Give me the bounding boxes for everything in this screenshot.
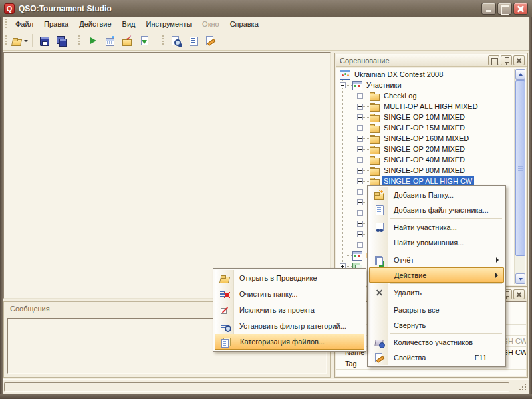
- menu-item-label: Отчёт: [389, 256, 496, 264]
- close-panel-button[interactable]: [513, 55, 525, 65]
- menu-item-icon-cell: [369, 222, 389, 233]
- menubar-item[interactable]: Правка: [39, 18, 74, 30]
- menu-item[interactable]: СвойстваF11: [369, 350, 504, 365]
- toolbar-button[interactable]: [10, 33, 29, 49]
- open-file-icon: [11, 35, 22, 46]
- menubar-item[interactable]: Файл: [10, 18, 39, 30]
- tree-connector: [363, 117, 369, 118]
- tree-connector: [363, 149, 369, 150]
- tree-item[interactable]: SINGLE-OP 40M MIXED: [337, 154, 514, 165]
- menu-item[interactable]: Свернуть: [369, 317, 504, 332]
- tree-item[interactable]: CheckLog: [337, 90, 514, 101]
- toolbar-button[interactable]: [184, 33, 201, 49]
- menu-item-label: Исключить из проекта: [235, 306, 364, 314]
- tree-expander-plus-icon[interactable]: [357, 200, 363, 205]
- close-button[interactable]: [513, 3, 528, 15]
- tree-item[interactable]: SINGLE-OP 15M MIXED: [337, 122, 514, 133]
- window-frame-bottom: [0, 394, 532, 399]
- menu-item[interactable]: Исключить из проекта: [215, 302, 364, 318]
- scrollbar-thumb[interactable]: [515, 80, 525, 256]
- tree-expander-plus-icon[interactable]: [357, 178, 363, 184]
- menu-item[interactable]: Удалить: [369, 285, 504, 300]
- menu-separator: [390, 333, 502, 334]
- menu-item-label: Очистить папку...: [235, 290, 364, 298]
- menu-item-icon-cell: [369, 352, 389, 363]
- menu-item[interactable]: Найти участника...: [369, 219, 504, 235]
- tree-item[interactable]: SINGLE-OP 80M MIXED: [337, 165, 514, 176]
- toolbar-button[interactable]: [101, 33, 118, 49]
- menu-item[interactable]: Добавить Папку...: [369, 187, 504, 202]
- toolbar-grip[interactable]: [78, 35, 80, 46]
- tree-item[interactable]: Ukrainian DX Contest 2008: [337, 69, 514, 80]
- tree-expander-plus-icon[interactable]: [357, 104, 363, 110]
- tree-item-label: SINGLE-OP ALL HIGH CW: [382, 176, 474, 186]
- minimize-button[interactable]: [481, 3, 496, 15]
- tree-expander-plus-icon[interactable]: [357, 221, 363, 227]
- folder-icon: [369, 154, 380, 165]
- property-value[interactable]: [436, 370, 526, 376]
- menu-item[interactable]: Очистить папку...: [215, 286, 364, 302]
- toolbar-grip[interactable]: [5, 35, 7, 46]
- tree-scrollbar[interactable]: [514, 69, 525, 284]
- menu-item[interactable]: Количество участников: [369, 334, 504, 350]
- menubar-item[interactable]: Вид: [117, 18, 141, 30]
- toolbar-button[interactable]: [84, 33, 101, 49]
- scroll-up-button[interactable]: [515, 69, 525, 80]
- toolbar-button[interactable]: [167, 33, 184, 49]
- menu-item-label: Открыть в Проводнике: [235, 274, 364, 282]
- menu-item[interactable]: Установить фильтр категорий...: [215, 318, 364, 334]
- tree-expander-plus-icon[interactable]: [357, 168, 363, 174]
- toolbar-button[interactable]: [201, 33, 219, 49]
- resize-grip-icon[interactable]: [518, 382, 526, 390]
- tree-item[interactable]: Участники: [337, 80, 514, 90]
- toolbar-button[interactable]: [35, 33, 53, 49]
- tree-connector: [363, 138, 369, 139]
- toolbar-button[interactable]: [118, 33, 136, 49]
- find-participant-icon: [374, 222, 384, 233]
- menu-item[interactable]: Раскрыть все: [369, 302, 504, 317]
- menu-item-shortcut: F11: [475, 354, 504, 362]
- tree-item[interactable]: MULTI-OP ALL HIGH MIXED: [337, 101, 514, 112]
- tree-item-label: SINGLE-OP 10M MIXED: [382, 112, 467, 122]
- tree-connector: [346, 85, 352, 86]
- tree-item[interactable]: SINGLE-OP 10M MIXED: [337, 112, 514, 122]
- menubar-item[interactable]: Инструменты: [140, 18, 197, 30]
- tree-expander-plus-icon[interactable]: [357, 146, 363, 152]
- restore-panel-button[interactable]: [488, 55, 499, 65]
- pin-panel-button[interactable]: [501, 55, 512, 65]
- scroll-down-button[interactable]: [515, 273, 525, 284]
- tree-expander-minus-icon[interactable]: [340, 82, 346, 88]
- toolbar-grip[interactable]: [162, 35, 164, 46]
- close-panel-button[interactable]: [513, 289, 525, 299]
- tree-expander-plus-icon[interactable]: [357, 114, 363, 120]
- menubar-item[interactable]: Справка: [225, 18, 264, 30]
- menu-item[interactable]: Категоризация файлов...: [215, 334, 364, 350]
- tree-expander-plus-icon[interactable]: [357, 136, 363, 142]
- tree-expander-plus-icon[interactable]: [357, 93, 363, 99]
- action-submenu: Открыть в ПроводникеОчистить папку...Иск…: [213, 268, 366, 352]
- menu-item[interactable]: Найти упоминания...: [369, 235, 504, 250]
- maximize-button[interactable]: [497, 3, 512, 15]
- tree-expander-plus-icon[interactable]: [357, 125, 363, 131]
- menu-item-label: Найти участника...: [389, 223, 504, 231]
- menubar-item[interactable]: Действие: [74, 18, 116, 30]
- tree-item[interactable]: SINGLE-OP 160M MIXED: [337, 133, 514, 144]
- tree-item[interactable]: SINGLE-OP 20M MIXED: [337, 144, 514, 154]
- menu-item-label: Найти упоминания...: [389, 239, 504, 247]
- participants-icon: [352, 80, 362, 90]
- folder-icon: [369, 133, 380, 144]
- menu-item[interactable]: Добавить файл участника...: [369, 202, 504, 217]
- tree-expander-plus-icon[interactable]: [357, 189, 363, 195]
- toolbar-button[interactable]: [136, 33, 153, 49]
- menu-item[interactable]: Открыть в Проводнике: [215, 270, 364, 286]
- submenu-arrow-icon: [495, 273, 498, 278]
- tree-expander-plus-icon[interactable]: [357, 231, 363, 237]
- menubar-grip: [5, 19, 7, 29]
- menu-item[interactable]: Отчёт: [369, 252, 504, 267]
- tree-expander-plus-icon[interactable]: [357, 242, 363, 248]
- tree-expander-plus-icon[interactable]: [357, 210, 363, 216]
- tree-expander-plus-icon[interactable]: [357, 157, 363, 163]
- menubar-item[interactable]: Окно: [197, 18, 225, 30]
- menu-item[interactable]: Действие: [369, 267, 504, 283]
- toolbar-button[interactable]: [53, 33, 70, 49]
